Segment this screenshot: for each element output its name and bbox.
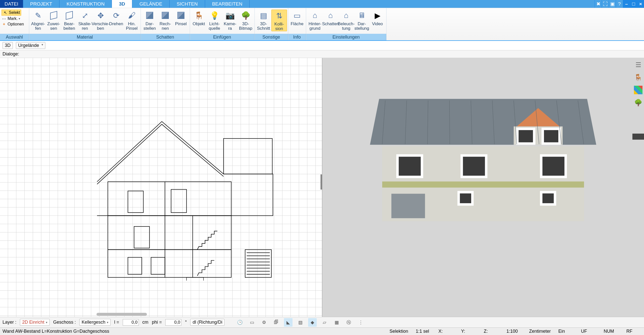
abgreifen-button[interactable]: ✎Abgrei- fen [30,10,46,31]
group-label-schatten: Schatten [141,34,190,40]
print-icon[interactable]: 🗐 [272,318,280,327]
fullscreen-icon[interactable]: ⛶ [602,0,609,8]
insert-object-icon: 🪑 [194,10,204,21]
svg-rect-9 [128,257,142,274]
svg-rect-33 [459,192,472,205]
svg-rect-10 [151,257,165,274]
north-icon[interactable]: Ⓝ [344,318,353,327]
menu-tab-gelaende[interactable]: GELÄNDE [132,0,170,8]
rechnen-button[interactable]: Rech- nen [157,10,173,31]
geschoss-label: Geschoss : [53,320,76,325]
view-toolbar: 3D Urgelände ▾ [0,41,644,50]
display-icon: 🖥 [357,10,367,21]
layer-combo[interactable]: 2D Einricht ▾ [20,319,50,326]
zuweisen-button[interactable]: Zuwei- sen [46,10,61,31]
terrain-combo[interactable]: Urgelände ▾ [16,42,45,49]
mark-icon: ⋯ [2,16,7,21]
tools-icon[interactable]: ✖ [595,0,602,8]
drehen-button[interactable]: ⟳Drehen [108,10,124,26]
sheet-icon[interactable]: ▱ [320,318,329,327]
triangle-icon[interactable]: ◣ [284,318,293,327]
group-label-einfuegen: Einfügen [190,34,254,40]
brush-add-icon: 🖌 [126,10,137,21]
close-icon[interactable]: × [637,0,644,8]
color-palette-icon[interactable] [634,86,642,94]
menu-tab-datei[interactable]: DATEI [0,0,23,8]
grid-icon[interactable]: ▦ [332,318,341,327]
3d-schnitt-button[interactable]: ▤3D- Schnitt [256,10,271,31]
move-material-icon: ✥ [95,10,106,21]
x-label: X: [438,329,454,334]
diamond-icon[interactable]: ◆ [308,318,317,327]
video-button[interactable]: ▶Video [370,10,385,26]
layers-icon[interactable]: ☰ [634,60,642,69]
darstellen-button[interactable]: Dar- stellen [142,10,157,31]
svg-rect-6 [128,191,143,213]
svg-rect-25 [543,129,560,143]
mark-button[interactable]: ⋯ Mark. ▾ [2,16,20,21]
selekt-button[interactable]: ↖ Selekt [2,10,21,16]
objekt-button[interactable]: 🪑Objekt [191,10,207,26]
help-icon[interactable]: ? [616,0,623,8]
l-input[interactable] [123,319,139,326]
menu-tab-projekt[interactable]: PROJEKT [23,0,60,8]
svg-rect-8 [134,227,149,248]
rf-label: RF [626,329,641,334]
more-icon[interactable]: ⋮ [357,318,365,327]
skalieren-button[interactable]: ⤢Skalie- ren [77,10,93,31]
layer-combo-value: 2D Einricht [22,320,44,325]
menu-tab-bearbeiten[interactable]: BEARBEITEN [205,0,250,8]
square-icon[interactable]: ▧ [296,318,305,327]
kollision-button[interactable]: ⇅Kolli- sion [271,10,287,31]
svg-rect-11 [245,250,271,278]
svg-rect-29 [462,156,486,177]
plant-icon[interactable]: 🌳 [634,98,642,107]
group-label-material: Material [29,34,141,40]
shadow-brush-icon [176,10,186,21]
menu-tab-3d[interactable]: 3D [112,0,132,8]
dl-combo[interactable]: dl (Richtung/Di [190,319,224,326]
terrain-combo-value: Urgelände [18,43,39,48]
svg-rect-3 [108,250,231,278]
geschoss-combo[interactable]: Kellergesch ▾ [79,319,111,326]
dock-separator-icon[interactable] [632,134,644,140]
bearbeiten-button[interactable]: Bear- beiten [61,10,77,31]
maximize-icon[interactable]: □ [630,0,637,8]
menu-tab-sichten[interactable]: SICHTEN [170,0,205,8]
kamera-button[interactable]: 📷Kame- ra [222,10,238,31]
darstellung-button[interactable]: 🖥Dar- stellung [354,10,370,31]
gear-icon[interactable]: ⚙ [260,318,268,327]
eyedropper-icon: ✎ [33,10,43,21]
shadow-settings-icon: ⌂ [325,10,336,21]
phi-input[interactable] [165,319,181,326]
render-shadow-icon [144,10,155,21]
3d-viewport[interactable] [322,58,644,317]
minimize-icon[interactable]: – [623,0,630,8]
viewport-icon[interactable]: ▣ [609,0,616,8]
menu-tab-konstruktion[interactable]: KONSTRUKTION [59,0,112,8]
num-label: NUM [604,329,619,334]
pinsel-button[interactable]: Pinsel [173,10,189,26]
lichtquelle-button[interactable]: 💡Licht- quelle [207,10,222,31]
hin-pinsel-button[interactable]: 🖌Hin. Pinsel [124,10,140,31]
3d-bitmap-button[interactable]: 🌳3D- Bitmap [238,10,253,31]
chevron-down-icon: ▾ [19,17,20,20]
svg-rect-7 [171,190,186,213]
furniture-icon[interactable]: 🪑 [634,73,642,82]
verschieben-button[interactable]: ✥Verschie- ben [93,10,108,31]
2d-viewport[interactable] [0,58,322,317]
optionen-button[interactable]: + Optionen [2,22,24,27]
rotate-material-icon: ⟳ [111,10,121,21]
hintergrund-button[interactable]: ⌂Hinter- grund [307,10,323,31]
schatten-settings-button[interactable]: ⌂Schatten [323,10,338,26]
beleuchtung-button[interactable]: ⌂Beleuch- tung [338,10,354,31]
flaeche-button[interactable]: ▭Fläche [289,10,305,26]
dialoge-label: Dialoge: [3,51,19,57]
assign-icon [48,10,59,21]
light-icon: 💡 [209,10,220,21]
clock-icon[interactable]: 🕒 [236,318,244,327]
ein-label: Ein [558,329,573,334]
group-label-sonstige: Sonstige [255,34,288,40]
horizontal-scrollbar[interactable] [96,313,147,316]
screen-icon[interactable]: ▭ [248,318,256,327]
